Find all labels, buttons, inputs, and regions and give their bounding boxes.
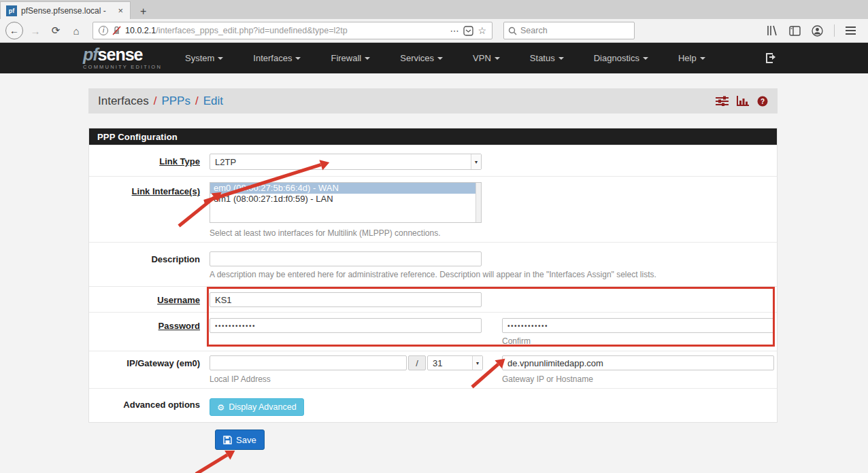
display-advanced-button[interactable]: ⚙ Display Advanced (210, 398, 304, 416)
chevron-down-icon (295, 57, 301, 60)
pfsense-navbar: pfsense COMMUNITY EDITION System Interfa… (0, 43, 868, 73)
tab-close-icon[interactable]: × (116, 5, 124, 16)
logo-subtitle: COMMUNITY EDITION (83, 65, 162, 70)
save-button[interactable]: Save (215, 430, 265, 450)
chevron-down-icon (437, 57, 443, 60)
gateway-help: Gateway IP or Hostname (502, 374, 774, 384)
subnet-separator: / (408, 355, 426, 370)
password-row: Password Confirm (89, 312, 777, 351)
menu-diagnostics[interactable]: Diagnostics (594, 53, 648, 63)
menu-system[interactable]: System (185, 53, 223, 63)
menu-status[interactable]: Status (530, 53, 564, 63)
menu-help[interactable]: Help (678, 53, 705, 63)
menu-interfaces[interactable]: Interfaces (253, 53, 301, 63)
search-icon (508, 27, 517, 35)
new-tab-button[interactable]: + (131, 5, 156, 19)
chevron-down-icon (700, 57, 705, 60)
tab-title: pfSense.pfsense.local - (21, 6, 112, 16)
select-caret-icon[interactable]: ▾ (471, 154, 481, 169)
description-input[interactable] (210, 251, 482, 266)
advanced-options-label: Advanced options (89, 389, 210, 422)
subnet-select[interactable]: 31 ▾ (427, 355, 483, 370)
password-label[interactable]: Password (89, 313, 210, 351)
gateway-input[interactable] (502, 355, 774, 370)
interface-option-em0[interactable]: em0 (08:00:27:5b:66:4d) - WAN (210, 183, 481, 194)
breadcrumb-interfaces: Interfaces (98, 94, 149, 108)
link-type-label[interactable]: Link Type (89, 145, 210, 176)
status-chart-icon[interactable] (737, 96, 749, 106)
link-type-select[interactable]: L2TP ▾ (210, 154, 482, 170)
select-caret-icon[interactable]: ▾ (472, 356, 482, 370)
sliders-icon[interactable] (716, 96, 729, 106)
pocket-icon[interactable] (463, 26, 473, 36)
svg-text:?: ? (761, 97, 765, 105)
page-actions-icon[interactable]: ⋯ (450, 26, 459, 36)
description-row: Description A description may be entered… (89, 242, 777, 286)
save-floppy-icon (223, 436, 232, 444)
chevron-down-icon (218, 57, 223, 60)
menu-firewall[interactable]: Firewall (331, 53, 370, 63)
confirm-help: Confirm (502, 336, 774, 346)
link-interfaces-listbox[interactable]: em0 (08:00:27:5b:66:4d) - WAN em1 (08:00… (210, 182, 482, 223)
local-ip-help: Local IP Address (210, 374, 407, 384)
url-host: 10.0.2.1 (125, 26, 156, 35)
breadcrumb-edit-link[interactable]: Edit (203, 94, 223, 108)
link-type-row: Link Type L2TP ▾ (89, 145, 777, 176)
sidebar-icon[interactable] (789, 26, 801, 36)
password-input[interactable] (210, 318, 482, 333)
bookmark-star-icon[interactable]: ☆ (478, 25, 486, 36)
menu-vpn[interactable]: VPN (473, 53, 500, 63)
search-input[interactable] (520, 26, 616, 35)
link-interfaces-label[interactable]: Link Interface(s) (89, 177, 210, 242)
annotation-arrow-save (195, 453, 229, 473)
panel-title: PPP Configuration (89, 128, 777, 145)
browser-tab-bar: pf pfSense.pfsense.local - × + (0, 0, 868, 19)
reload-button[interactable]: ⟳ (48, 24, 64, 37)
chevron-down-icon (643, 57, 648, 60)
toolbar-right-icons (766, 24, 863, 37)
library-icon[interactable] (766, 25, 778, 36)
insecure-lock-icon (112, 26, 121, 35)
interface-option-em1[interactable]: em1 (08:00:27:1d:f0:59) - LAN (210, 194, 481, 205)
url-text[interactable]: 10.0.2.1/interfaces_ppps_edit.php?id=und… (125, 26, 446, 35)
toolbar-divider (834, 24, 835, 37)
url-path: /interfaces_ppps_edit.php?id=undefined&t… (156, 26, 347, 35)
local-ip-input[interactable] (210, 355, 407, 370)
description-help: A description may be entered here for ad… (210, 270, 777, 279)
pfsense-favicon: pf (6, 5, 17, 16)
ip-gateway-label: IP/Gateway (em0) (89, 351, 210, 388)
search-box[interactable] (503, 22, 635, 39)
url-bar[interactable]: i 10.0.2.1/interfaces_ppps_edit.php?id=u… (93, 22, 493, 39)
forward-button[interactable]: → (27, 25, 44, 37)
logo-pf: pf (83, 45, 98, 64)
browser-toolbar: ← → ⟳ ⌂ i 10.0.2.1/interfaces_ppps_edit.… (0, 19, 868, 43)
advanced-options-row: Advanced options ⚙ Display Advanced (89, 388, 777, 422)
site-info-icon[interactable]: i (99, 26, 108, 35)
page-content: Interfaces / PPPs / Edit ? (0, 73, 868, 449)
logo-sense: sense (98, 45, 143, 64)
link-interfaces-row: Link Interface(s) em0 (08:00:27:5b:66:4d… (89, 176, 777, 242)
gateway-group: Gateway IP or Hostname (502, 351, 774, 388)
ip-gateway-row: IP/Gateway (em0) Local IP Address / 31 ▾… (89, 351, 777, 388)
back-button[interactable]: ← (5, 22, 23, 39)
username-input[interactable] (210, 292, 482, 307)
ppp-configuration-panel: PPP Configuration Link Type L2TP ▾ Link … (88, 128, 778, 423)
help-icon[interactable]: ? (757, 96, 768, 107)
account-icon[interactable] (812, 25, 823, 37)
gear-icon: ⚙ (217, 402, 224, 413)
menu-icon[interactable] (846, 24, 856, 37)
home-button[interactable]: ⌂ (68, 25, 84, 37)
breadcrumb-icons: ? (716, 96, 768, 107)
link-interfaces-help: Select at least two interfaces for Multi… (210, 228, 777, 238)
logout-icon[interactable] (766, 53, 777, 63)
username-label[interactable]: Username (89, 287, 210, 312)
pfsense-logo[interactable]: pfsense COMMUNITY EDITION (83, 46, 162, 70)
browser-tab[interactable]: pf pfSense.pfsense.local - × (0, 1, 131, 19)
listbox-scrollbar[interactable] (475, 183, 481, 222)
breadcrumb-ppps-link[interactable]: PPPs (161, 94, 190, 108)
breadcrumb: Interfaces / PPPs / Edit ? (88, 88, 778, 113)
pfsense-menu: System Interfaces Firewall Services VPN … (185, 53, 705, 63)
menu-services[interactable]: Services (400, 53, 443, 63)
confirm-password-input[interactable] (502, 318, 774, 333)
username-row: Username (89, 286, 777, 312)
